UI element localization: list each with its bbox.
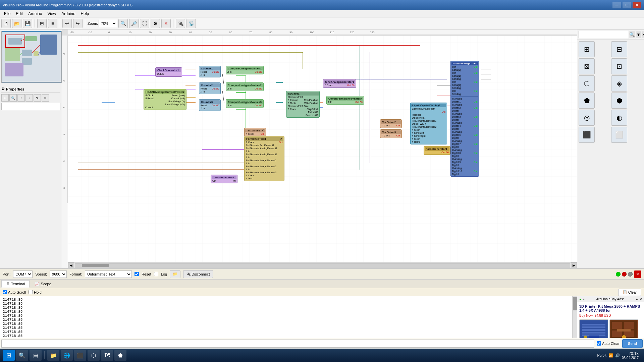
port-select[interactable]: COM7 <box>13 270 33 278</box>
monitor-output[interactable]: 214718.85214718.85214718.85214718.852147… <box>0 296 577 338</box>
scroll-right-button[interactable]: ▶ <box>571 262 577 268</box>
auto-clear-label[interactable]: Auto Clear <box>597 341 620 346</box>
component-arduino-mega[interactable]: Arduino Mega 2560 Л InOut Serial[0] Л In… <box>450 61 479 177</box>
menu-view[interactable]: View <box>45 11 59 17</box>
serial-input-field[interactable] <box>1 340 594 348</box>
component-compare4[interactable]: CompareUnsignedValues4 Л In Out Л0 <box>326 96 364 105</box>
component-counter2[interactable]: Counter2 Reset Out Л0 Л In <box>199 82 221 94</box>
component-clockgen2[interactable]: ClockGenerator2 Out Л0 <box>211 175 237 183</box>
comp-btn-2[interactable]: ⊟ <box>611 41 627 57</box>
hold-label[interactable]: Hold <box>29 290 42 294</box>
auto-scroll-checkbox[interactable] <box>3 290 7 294</box>
comp-btn-1[interactable]: ⊞ <box>579 41 595 57</box>
props-add-button[interactable]: + <box>1 94 9 102</box>
start-button[interactable]: ⊞ <box>3 350 15 361</box>
minimize-button[interactable]: ─ <box>612 2 621 8</box>
comp-btn-11[interactable]: ⬛ <box>579 127 595 143</box>
menu-arduino[interactable]: Arduino <box>25 11 45 17</box>
disconnect-button[interactable]: 🔌 Disconnect <box>183 270 213 278</box>
properties-search-input[interactable] <box>1 103 60 110</box>
reset-checkbox[interactable] <box>135 272 139 276</box>
comp-btn-9[interactable]: ◎ <box>579 110 595 126</box>
speed-select[interactable]: 9600 <box>50 270 67 278</box>
zoom-out-button[interactable]: 🔎 <box>129 19 139 28</box>
component-textvalue2[interactable]: TextValue2 Л Clock Out <box>380 119 402 128</box>
menu-help[interactable]: Help <box>78 11 92 17</box>
taskbar-maps-button[interactable]: 🗺 <box>101 350 113 361</box>
monitor-vscroll-thumb[interactable] <box>573 297 577 310</box>
ad-expand-button[interactable]: ▲ <box>635 297 639 301</box>
maximize-button[interactable]: □ <box>623 2 631 8</box>
component-formattedtext1[interactable]: FormattedText1✕ Л Clock Out Re Elements.… <box>244 136 284 181</box>
component-search-input[interactable] <box>579 31 628 38</box>
component-compare2[interactable]: CompareUnsignedValues2 Л In Out Л0 <box>226 82 264 91</box>
log-file-button[interactable]: 📁 <box>170 270 180 278</box>
auto-scroll-label[interactable]: Auto Scroll <box>3 290 26 294</box>
comp-btn-7[interactable]: ⬟ <box>579 93 595 109</box>
thumbnail-preview[interactable] <box>1 31 62 83</box>
save-button[interactable]: 💾 <box>23 19 32 28</box>
props-delete-button[interactable]: ✕ <box>42 94 49 102</box>
comp-btn-5[interactable]: ⬡ <box>579 75 595 92</box>
comp-btn-6[interactable]: ◈ <box>611 75 627 92</box>
compile-button[interactable]: ⚙ <box>151 19 160 28</box>
props-edit-button[interactable]: ✎ <box>34 94 41 102</box>
log-checkbox[interactable] <box>154 272 158 276</box>
stop-serial-button[interactable]: ✕ <box>634 270 641 278</box>
props-up-button[interactable]: ↑ <box>17 94 25 102</box>
props-search-button[interactable]: 🔍 <box>9 94 17 102</box>
component-textvalue1[interactable]: TextValue1✕ Л Clock Out <box>244 128 266 136</box>
ad-image-1[interactable] <box>579 319 608 338</box>
monitor-vscrollbar[interactable] <box>572 296 577 338</box>
component-hsa218[interactable]: HSA218VoltageCurrentPower2 Л Clock Power… <box>144 89 186 110</box>
new-button[interactable]: 🗋 <box>1 19 11 28</box>
menu-edit[interactable]: Edit <box>13 11 25 17</box>
scrollbar-track[interactable] <box>75 263 570 267</box>
horizontal-scrollbar[interactable]: ◀ ▶ <box>68 262 577 268</box>
taskbar-terminal-button[interactable]: ⬛ <box>74 350 86 361</box>
zoom-fit-button[interactable]: ⛶ <box>140 19 149 28</box>
component-textvalue3[interactable]: TextValue3 Л Clock Out <box>380 129 402 138</box>
undo-button[interactable]: ↩ <box>62 19 72 28</box>
component-filter-button[interactable]: ▼ <box>636 31 641 38</box>
component-compare1[interactable]: CompareUnsignedValues1 Л In Out Л0 <box>226 66 264 74</box>
component-lcd1[interactable]: LiquidCrystalDisplay1 Elements.AnalogRig… <box>410 103 447 144</box>
open-button[interactable]: 📂 <box>12 19 21 28</box>
format-select[interactable]: Unformatted Text <box>85 270 132 278</box>
component-counter1[interactable]: Counter1 Reset Out Л0 Л In <box>199 66 221 77</box>
taskbar-clock[interactable]: 20:18 03.04.2017 <box>622 351 639 360</box>
comp-btn-8[interactable]: ⬢ <box>611 93 627 109</box>
comp-btn-12[interactable]: ⬜ <box>611 127 627 143</box>
serial-monitor-button[interactable]: 📡 <box>186 19 196 28</box>
taskbar-browser-button[interactable]: 🌐 <box>61 350 73 361</box>
component-compare3[interactable]: CompareUnsignedValues3 Л In Out Л0 <box>226 99 264 108</box>
tab-scope[interactable]: 📈 Scope <box>30 280 56 288</box>
close-button[interactable]: ✕ <box>633 2 641 8</box>
taskbar-taskview-button[interactable]: ▤ <box>30 350 42 361</box>
zoom-in-button[interactable]: 🔍 <box>118 19 128 28</box>
comp-btn-4[interactable]: ⊡ <box>611 58 627 74</box>
component-clockgen1[interactable]: ClockGenerator1 Out Л0 <box>155 67 182 77</box>
canvas-area[interactable]: -20 -10 0 10 20 30 40 50 60 70 80 90 100… <box>62 29 577 268</box>
component-sdcard1[interactable]: SDCard1 Elements.File1 Л Choose ReadPosi… <box>286 91 320 118</box>
scroll-left-button[interactable]: ◀ <box>68 262 74 268</box>
toolbar-btn-grid[interactable]: ⊞ <box>37 19 47 28</box>
comp-btn-3[interactable]: ⊠ <box>579 58 595 74</box>
component-counter3[interactable]: Counter3 Reset Out Л0 Л In <box>199 99 221 111</box>
send-button[interactable]: Send <box>622 339 643 348</box>
ad-close-button[interactable]: ✕ <box>639 297 642 301</box>
tab-terminal[interactable]: 🖥 Terminal <box>1 280 30 288</box>
toolbar-btn-list[interactable]: ≡ <box>48 19 57 28</box>
component-search-button[interactable]: 🔍 <box>629 31 635 38</box>
diagram-canvas[interactable]: ClockGenerator1 Out Л0 Counter1 Reset Ou… <box>68 36 577 262</box>
taskbar-search-button[interactable]: 🔍 <box>16 350 28 361</box>
component-close-search-button[interactable]: ✕ <box>642 31 644 38</box>
clear-button[interactable]: 📋 Clear <box>618 289 641 296</box>
component-parsegen1[interactable]: ParseGenerator1 Out Л0 <box>424 146 450 155</box>
taskbar-git-button[interactable]: ⬡ <box>88 350 100 361</box>
ad-image-2[interactable] <box>609 319 638 338</box>
hold-checkbox[interactable] <box>29 290 33 294</box>
props-down-button[interactable]: ↓ <box>25 94 33 102</box>
taskbar-fileexplorer-button[interactable]: 📁 <box>47 350 59 361</box>
redo-button[interactable]: ↪ <box>73 19 83 28</box>
